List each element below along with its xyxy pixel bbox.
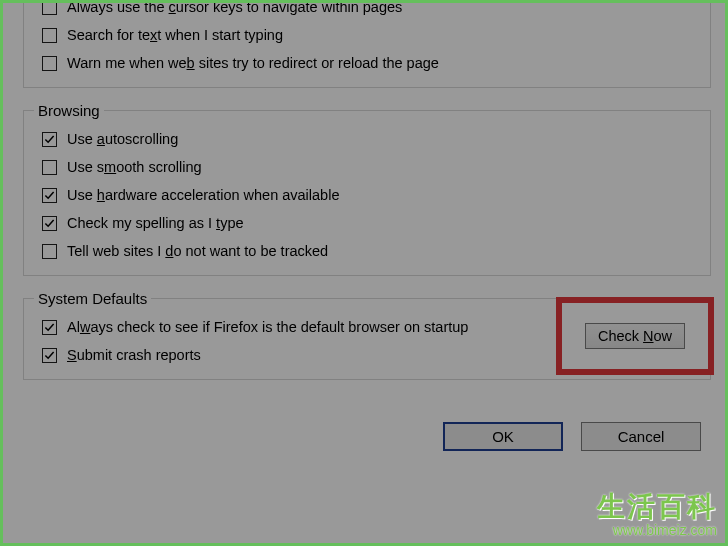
watermark: 生活百科 www.bimeiz.com — [597, 493, 717, 537]
general-group: Always use the cursor keys to navigate w… — [23, 0, 711, 88]
browsing-row: Use smooth scrolling — [34, 153, 700, 181]
browsing-row: Tell web sites I do not want to be track… — [34, 237, 700, 265]
browsing-row: Check my spelling as I type — [34, 209, 700, 237]
general-row: Always use the cursor keys to navigate w… — [34, 0, 700, 21]
browsing-checkbox[interactable] — [42, 160, 57, 175]
ok-button[interactable]: OK — [443, 422, 563, 451]
general-row: Warn me when web sites try to redirect o… — [34, 49, 700, 77]
general-label: Search for text when I start typing — [67, 25, 283, 45]
system-defaults-checkbox[interactable] — [42, 348, 57, 363]
browsing-label: Use smooth scrolling — [67, 157, 202, 177]
browsing-label: Use hardware acceleration when available — [67, 185, 339, 205]
general-checkbox[interactable] — [42, 0, 57, 15]
browsing-legend: Browsing — [34, 102, 104, 119]
general-checkbox[interactable] — [42, 28, 57, 43]
browsing-row: Use autoscrolling — [34, 125, 700, 153]
cancel-button[interactable]: Cancel — [581, 422, 701, 451]
dialog-button-bar: OK Cancel — [23, 394, 711, 481]
system-defaults-group: System Defaults Always check to see if F… — [23, 290, 711, 380]
general-label: Warn me when web sites try to redirect o… — [67, 53, 439, 73]
system-defaults-label: Always check to see if Firefox is the de… — [67, 317, 468, 337]
browsing-row: Use hardware acceleration when available — [34, 181, 700, 209]
system-defaults-label: Submit crash reports — [67, 345, 201, 365]
browsing-checkbox[interactable] — [42, 132, 57, 147]
general-label: Always use the cursor keys to navigate w… — [67, 0, 402, 17]
browsing-label: Use autoscrolling — [67, 129, 178, 149]
browsing-checkbox[interactable] — [42, 188, 57, 203]
browsing-checkbox[interactable] — [42, 244, 57, 259]
system-defaults-legend: System Defaults — [34, 290, 151, 307]
general-row: Search for text when I start typing — [34, 21, 700, 49]
check-now-highlight: Check Now — [556, 297, 714, 375]
browsing-label: Check my spelling as I type — [67, 213, 244, 233]
watermark-title: 生活百科 — [597, 493, 717, 521]
watermark-url: www.bimeiz.com — [597, 523, 717, 537]
system-defaults-checkbox[interactable] — [42, 320, 57, 335]
general-checkbox[interactable] — [42, 56, 57, 71]
browsing-group: Browsing Use autoscrollingUse smooth scr… — [23, 102, 711, 276]
screenshot-frame: Always use the cursor keys to navigate w… — [0, 0, 728, 546]
check-now-button[interactable]: Check Now — [585, 323, 685, 349]
browsing-label: Tell web sites I do not want to be track… — [67, 241, 328, 261]
options-panel: Always use the cursor keys to navigate w… — [23, 0, 711, 481]
browsing-checkbox[interactable] — [42, 216, 57, 231]
